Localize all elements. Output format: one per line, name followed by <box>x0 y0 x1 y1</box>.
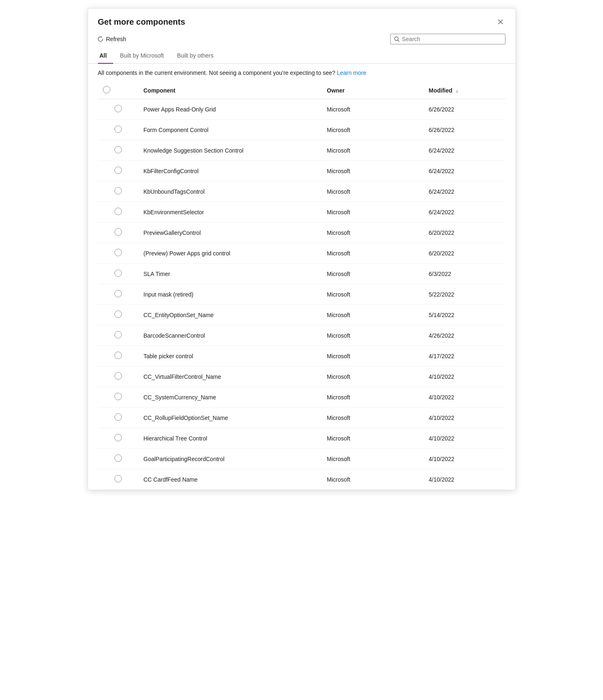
modified-cell: 4/10/2022 <box>424 408 505 428</box>
tab-built-by-microsoft[interactable]: Built by Microsoft <box>113 48 170 64</box>
row-checkbox-cell <box>98 99 139 120</box>
component-name-cell: (Preview) Power Apps grid control <box>139 243 322 264</box>
table-row[interactable]: Knowledge Suggestion Section ControlMicr… <box>98 140 505 161</box>
owner-cell: Microsoft <box>322 284 424 305</box>
close-button[interactable] <box>496 17 505 27</box>
table-row[interactable]: GoalParticipatingRecordControlMicrosoft4… <box>98 449 505 469</box>
row-checkbox[interactable] <box>114 331 122 338</box>
table-header-row: Component Owner Modified ↓ <box>98 82 505 99</box>
component-name-cell: BarcodeScannerControl <box>139 325 322 346</box>
table-row[interactable]: BarcodeScannerControlMicrosoft4/26/2022 <box>98 325 505 346</box>
owner-column-header: Owner <box>322 82 424 99</box>
owner-cell: Microsoft <box>322 346 424 366</box>
owner-cell: Microsoft <box>322 99 424 120</box>
component-name-cell: CC_EntityOptionSet_Name <box>139 305 322 325</box>
row-checkbox[interactable] <box>114 372 122 380</box>
row-checkbox-cell <box>98 469 139 490</box>
owner-cell: Microsoft <box>322 366 424 387</box>
tabs: All Built by Microsoft Built by others <box>88 48 515 64</box>
owner-cell: Microsoft <box>322 428 424 449</box>
row-checkbox[interactable] <box>114 105 122 112</box>
row-checkbox[interactable] <box>114 269 122 277</box>
table-row[interactable]: Hierarchical Tree ControlMicrosoft4/10/2… <box>98 428 505 449</box>
modified-cell: 6/24/2022 <box>424 181 505 202</box>
component-name-cell: Power Apps Read-Only Grid <box>139 99 322 120</box>
table-container: Component Owner Modified ↓ Power Apps Re… <box>88 82 515 490</box>
row-checkbox[interactable] <box>114 290 122 297</box>
modified-cell: 4/10/2022 <box>424 387 505 408</box>
row-checkbox-cell <box>98 140 139 161</box>
row-checkbox[interactable] <box>114 352 122 359</box>
row-checkbox[interactable] <box>114 167 122 174</box>
search-box <box>390 34 505 44</box>
table-body: Power Apps Read-Only GridMicrosoft6/26/2… <box>98 99 505 490</box>
row-checkbox[interactable] <box>114 475 122 482</box>
table-row[interactable]: CC_VirtualFilterControl_NameMicrosoft4/1… <box>98 366 505 387</box>
row-checkbox-cell <box>98 408 139 428</box>
table-row[interactable]: KbEnvironmentSelectorMicrosoft6/24/2022 <box>98 202 505 223</box>
modified-column-header[interactable]: Modified ↓ <box>424 82 505 99</box>
component-name-cell: Table picker control <box>139 346 322 366</box>
row-checkbox-cell <box>98 305 139 325</box>
row-checkbox-cell <box>98 181 139 202</box>
table-row[interactable]: KbUnboundTagsControlMicrosoft6/24/2022 <box>98 181 505 202</box>
component-name-cell: Hierarchical Tree Control <box>139 428 322 449</box>
tab-built-by-others[interactable]: Built by others <box>170 48 220 64</box>
toolbar: Refresh <box>88 30 515 48</box>
table-row[interactable]: Power Apps Read-Only GridMicrosoft6/26/2… <box>98 99 505 120</box>
component-name-cell: KbEnvironmentSelector <box>139 202 322 223</box>
component-name-cell: CC_VirtualFilterControl_Name <box>139 366 322 387</box>
table-row[interactable]: Table picker controlMicrosoft4/17/2022 <box>98 346 505 366</box>
select-all-checkbox[interactable] <box>103 86 110 93</box>
modified-cell: 4/26/2022 <box>424 325 505 346</box>
table-row[interactable]: CC CardfFeed NameMicrosoft4/10/2022 <box>98 469 505 490</box>
table-row[interactable]: CC_SystemCurrency_NameMicrosoft4/10/2022 <box>98 387 505 408</box>
info-bar: All components in the current environmen… <box>88 64 515 82</box>
modified-cell: 4/10/2022 <box>424 428 505 449</box>
owner-cell: Microsoft <box>322 387 424 408</box>
row-checkbox-cell <box>98 202 139 223</box>
row-checkbox[interactable] <box>114 208 122 215</box>
search-input[interactable] <box>402 36 502 42</box>
owner-cell: Microsoft <box>322 161 424 181</box>
row-checkbox[interactable] <box>114 125 122 133</box>
modified-cell: 4/10/2022 <box>424 469 505 490</box>
row-checkbox[interactable] <box>114 454 122 462</box>
row-checkbox[interactable] <box>114 228 122 236</box>
component-name-cell: KbUnboundTagsControl <box>139 181 322 202</box>
row-checkbox-cell <box>98 346 139 366</box>
row-checkbox[interactable] <box>114 146 122 153</box>
table-row[interactable]: Input mask (retired)Microsoft5/22/2022 <box>98 284 505 305</box>
learn-more-link[interactable]: Learn more <box>337 70 366 76</box>
table-row[interactable]: PreviewGalleryControlMicrosoft6/20/2022 <box>98 223 505 243</box>
table-row[interactable]: KbFilterConfigControlMicrosoft6/24/2022 <box>98 161 505 181</box>
row-checkbox-cell <box>98 120 139 140</box>
sort-desc-icon: ↓ <box>456 88 458 94</box>
dialog-header: Get more components <box>88 9 515 30</box>
table-row[interactable]: (Preview) Power Apps grid controlMicroso… <box>98 243 505 264</box>
table-row[interactable]: CC_EntityOptionSet_NameMicrosoft5/14/202… <box>98 305 505 325</box>
row-checkbox[interactable] <box>114 187 122 195</box>
owner-cell: Microsoft <box>322 140 424 161</box>
row-checkbox[interactable] <box>114 393 122 400</box>
component-name-cell: CC CardfFeed Name <box>139 469 322 490</box>
tab-all[interactable]: All <box>98 48 114 64</box>
row-checkbox-cell <box>98 366 139 387</box>
owner-cell: Microsoft <box>322 449 424 469</box>
table-row[interactable]: Form Component ControlMicrosoft6/26/2022 <box>98 120 505 140</box>
owner-cell: Microsoft <box>322 181 424 202</box>
table-row[interactable]: CC_RollupFieldOptionSet_NameMicrosoft4/1… <box>98 408 505 428</box>
modified-cell: 6/20/2022 <box>424 243 505 264</box>
table-row[interactable]: SLA TimerMicrosoft6/3/2022 <box>98 264 505 284</box>
row-checkbox[interactable] <box>114 434 122 441</box>
modified-cell: 4/17/2022 <box>424 346 505 366</box>
refresh-label: Refresh <box>106 36 126 42</box>
owner-cell: Microsoft <box>322 243 424 264</box>
refresh-icon <box>97 36 104 42</box>
row-checkbox-cell <box>98 387 139 408</box>
row-checkbox[interactable] <box>114 311 122 318</box>
row-checkbox[interactable] <box>114 413 122 421</box>
refresh-button[interactable]: Refresh <box>93 33 130 45</box>
row-checkbox[interactable] <box>114 249 122 256</box>
component-name-cell: SLA Timer <box>139 264 322 284</box>
